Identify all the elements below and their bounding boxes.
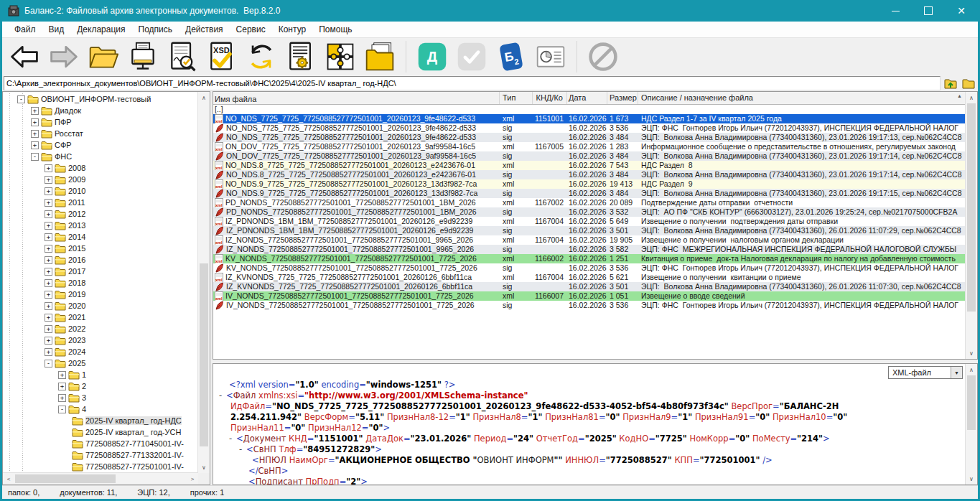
- file-row[interactable]: IV_NONDS_7725088527772501001_77250885277…: [213, 301, 977, 310]
- file-row[interactable]: NO_NDS.8_7725_7725_7725088527772501001_2…: [213, 170, 977, 179]
- tree-item-2025-IV квартал_ год-НДС[interactable]: 2025-IV квартал_ год-НДС: [3, 415, 198, 426]
- toolbar-balance2-button[interactable]: Б2: [495, 40, 528, 73]
- toolbar-xsd-validate-button[interactable]: XSD: [205, 40, 238, 73]
- file-row[interactable]: xmlIZ_PDNONDS_1BM_1BM_772508852777250100…: [213, 217, 977, 226]
- tree-item-2023[interactable]: +2023: [3, 334, 198, 346]
- column-header-6[interactable]: Описание / назначение файла▲: [638, 92, 977, 104]
- menu-item-8[interactable]: Помощь: [312, 22, 358, 37]
- file-row[interactable]: PD_NONDS_7725088527772501001_77250885277…: [213, 207, 977, 217]
- scroll-up-arrow[interactable]: ∧: [966, 92, 977, 103]
- file-row[interactable]: xmlNO_NDS_7725_7725_7725088527772501001_…: [213, 114, 977, 123]
- xml-collapse-marker[interactable]: -: [229, 434, 236, 444]
- tree-expand-box[interactable]: +: [31, 141, 39, 149]
- tree-item-2012[interactable]: +2012: [3, 208, 198, 220]
- tree-expand-box[interactable]: +: [45, 348, 52, 356]
- tree-expand-box[interactable]: +: [45, 222, 52, 230]
- file-row[interactable]: NO_NDS.9_7725_7725_7725088527772501001_2…: [213, 189, 977, 198]
- toolbar-forward-arrow-button[interactable]: [47, 40, 80, 73]
- tree-collapse-box[interactable]: -: [58, 406, 66, 413]
- file-row[interactable]: xmlKV_NONDS_7725088527772501001_77250885…: [213, 254, 977, 263]
- path-input[interactable]: [4, 76, 941, 90]
- file-row[interactable]: NO_NDS_7725_7725_7725088527772501001_202…: [213, 123, 977, 133]
- column-header-3[interactable]: КНД/Ко: [533, 92, 567, 104]
- menu-item-4[interactable]: Подпись: [132, 22, 179, 37]
- tree-item-7725088527-771332001-IV-[interactable]: 7725088527-771332001-IV-: [3, 449, 198, 461]
- tree-expand-box[interactable]: +: [58, 383, 66, 390]
- toolbar-approve-check-button[interactable]: [455, 40, 488, 73]
- tree-item-2025[interactable]: -2025: [3, 357, 198, 369]
- tree-item-2017[interactable]: +2017: [3, 266, 198, 277]
- file-row[interactable]: xmlNO_NDS.9_7725_7725_772508852777250100…: [213, 179, 977, 189]
- scroll-down-arrow[interactable]: ∨: [966, 473, 977, 484]
- tree-item-2021[interactable]: +2021: [3, 312, 198, 323]
- tree-item-4[interactable]: -4: [3, 403, 198, 415]
- tree-item-7725088527-772501001-IV-[interactable]: 7725088527-772501001-IV-: [3, 461, 198, 472]
- tree-item-2020[interactable]: +2020: [3, 300, 198, 312]
- xml-collapse-marker[interactable]: -: [239, 444, 246, 455]
- folder-browse-button[interactable]: [961, 77, 976, 90]
- toolbar-document-settings-button[interactable]: [284, 40, 317, 73]
- table-vertical-scrollbar[interactable]: ∧ ∨: [965, 92, 977, 359]
- xml-format-select[interactable]: XML-файл ▼: [888, 366, 963, 379]
- file-row[interactable]: xmlIZ_KVNONDS_7725_7725_7725088527772501…: [213, 273, 977, 282]
- toolbar-diadok-button[interactable]: Д: [416, 40, 449, 73]
- tree-item-7725088527-771045001-IV-[interactable]: 7725088527-771045001-IV-: [3, 438, 198, 449]
- toolbar-archive-folders-button[interactable]: [363, 40, 396, 73]
- menu-item-2[interactable]: Вид: [42, 22, 71, 37]
- toolbar-print-preview-button[interactable]: [126, 40, 159, 73]
- tree-item-Росстат[interactable]: +Росстат: [3, 128, 198, 139]
- menu-item-6[interactable]: Сервис: [230, 22, 272, 37]
- file-row[interactable]: NO_NDS_7725_7725_7725088527772501001_202…: [213, 133, 977, 142]
- tree-expand-box[interactable]: +: [45, 176, 52, 184]
- tree-expand-box[interactable]: +: [45, 187, 52, 195]
- toolbar-refresh-button[interactable]: [245, 40, 278, 73]
- tree-vertical-scrollbar[interactable]: ∧ ∨: [197, 92, 210, 473]
- xml-vertical-scrollbar[interactable]: ∧ ∨: [965, 364, 977, 484]
- scrollbar-thumb[interactable]: [967, 103, 976, 312]
- xml-collapse-marker[interactable]: -: [219, 390, 226, 401]
- tree-item-2022[interactable]: +2022: [3, 323, 198, 334]
- tree-collapse-box[interactable]: -: [45, 360, 52, 367]
- tree-expand-box[interactable]: +: [45, 164, 52, 172]
- folder-up-button[interactable]: [943, 77, 958, 90]
- tree-item-2025-IV квартал_ год-УСН[interactable]: 2025-IV квартал_ год-УСН: [3, 426, 198, 438]
- tree-item-2011[interactable]: +2011: [3, 197, 198, 208]
- tree-expand-box[interactable]: +: [45, 279, 52, 287]
- scroll-right-arrow[interactable]: >: [187, 473, 198, 484]
- tree-item-1[interactable]: +1: [3, 369, 198, 380]
- tree-collapse-box[interactable]: -: [17, 95, 25, 103]
- menu-item-5[interactable]: Действия: [179, 22, 230, 37]
- file-row[interactable]: xmlNO_NDS.8_7725_7725_772508852777250100…: [213, 161, 977, 170]
- tree-item-2008[interactable]: +2008: [3, 162, 198, 174]
- menu-item-1[interactable]: Файл: [8, 22, 42, 37]
- tree-expand-box[interactable]: +: [45, 314, 52, 322]
- scroll-down-arrow[interactable]: ∨: [966, 347, 977, 359]
- tree-expand-box[interactable]: +: [45, 291, 52, 299]
- maximize-button[interactable]: [912, 0, 945, 22]
- tree-item-2019[interactable]: +2019: [3, 289, 198, 300]
- tree-expand-box[interactable]: +: [31, 118, 39, 126]
- toolbar-modules-puzzle-button[interactable]: [324, 40, 357, 73]
- tree-item-2014[interactable]: +2014: [3, 231, 198, 243]
- parent-folder-row[interactable]: [..]: [213, 105, 977, 114]
- file-row[interactable]: xmlPD_NONDS_7725088527772501001_77250885…: [213, 198, 977, 207]
- tree-item-2013[interactable]: +2013: [3, 220, 198, 231]
- tree-expand-box[interactable]: +: [45, 245, 52, 253]
- tree-expand-box[interactable]: +: [45, 199, 52, 207]
- chevron-down-icon[interactable]: ▼: [951, 367, 962, 378]
- tree-expand-box[interactable]: +: [45, 268, 52, 276]
- tree-item-ПФР[interactable]: +ПФР: [3, 116, 198, 128]
- file-row[interactable]: ON_DOV_7725_7725_7725088527772501001_202…: [213, 151, 977, 161]
- tree-item-3[interactable]: +3: [3, 392, 198, 403]
- tree-item-ФНС[interactable]: -ФНС: [3, 151, 198, 162]
- tree-item-2[interactable]: +2: [3, 380, 198, 392]
- minimize-button[interactable]: [879, 0, 912, 22]
- tree-item-2009[interactable]: +2009: [3, 174, 198, 185]
- scroll-down-arrow[interactable]: ∨: [198, 462, 210, 473]
- scrollbar-thumb[interactable]: [15, 474, 116, 483]
- scrollbar-thumb[interactable]: [967, 375, 976, 430]
- scroll-left-arrow[interactable]: <: [3, 473, 14, 484]
- tree-expand-box[interactable]: +: [45, 325, 52, 333]
- tree-item-2016[interactable]: +2016: [3, 254, 198, 266]
- tree-item-Диадок[interactable]: +Диадок: [3, 105, 198, 116]
